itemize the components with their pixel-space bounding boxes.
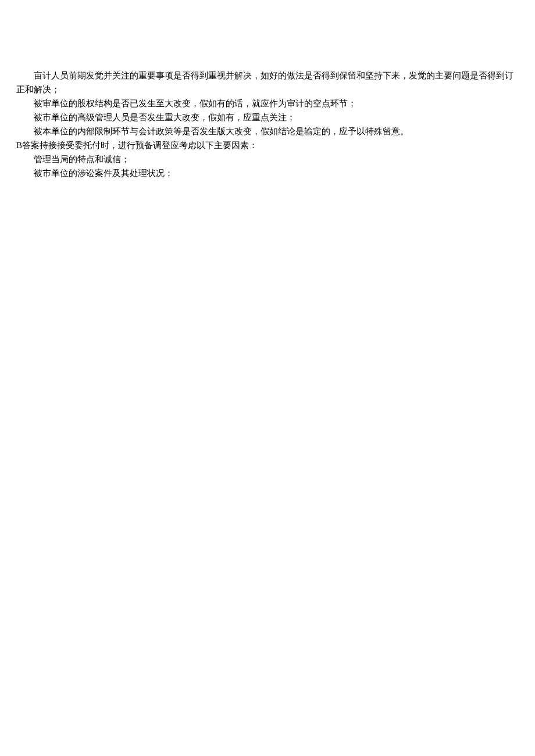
paragraph-5-text: B答案持接接受委托付时，进行预备调登应考虑以下主要因素： (16, 141, 258, 150)
paragraph-6-text: 管理当局的特点和诚信； (34, 155, 130, 164)
paragraph-1: 亩计人员前期发觉并关注的重要事项是否得到重视并解决，如好的做法是否得到保留和坚持… (16, 69, 519, 96)
paragraph-2-text: 被审单位的股权结构是否已发生至大改变，假如有的话，就应作为审计的空点环节； (34, 99, 356, 108)
paragraph-7: 被市单位的涉讼案件及其处理状况； (16, 166, 519, 180)
paragraph-7-text: 被市单位的涉讼案件及其处理状况； (34, 169, 173, 178)
paragraph-3-text: 被市单位的高级管理人员是否发生重大改变，假如有，应重点关注； (34, 113, 295, 122)
paragraph-5: B答案持接接受委托付时，进行预备调登应考虑以下主要因素： (16, 138, 519, 152)
paragraph-2: 被审单位的股权结构是否已发生至大改变，假如有的话，就应作为审计的空点环节； (16, 96, 519, 110)
document-content: 亩计人员前期发觉并关注的重要事项是否得到重视并解决，如好的做法是否得到保留和坚持… (16, 69, 519, 180)
paragraph-4-text: 被本单位的内部限制环节与会计政策等是否发生版大改变，假如结论是输定的，应予以特殊… (34, 127, 409, 136)
paragraph-3: 被市单位的高级管理人员是否发生重大改变，假如有，应重点关注； (16, 110, 519, 124)
paragraph-1-text: 亩计人员前期发觉并关注的重要事项是否得到重视并解决，如好的做法是否得到保留和坚持… (16, 71, 513, 94)
paragraph-4: 被本单位的内部限制环节与会计政策等是否发生版大改变，假如结论是输定的，应予以特殊… (16, 124, 519, 138)
paragraph-6: 管理当局的特点和诚信； (16, 152, 519, 166)
